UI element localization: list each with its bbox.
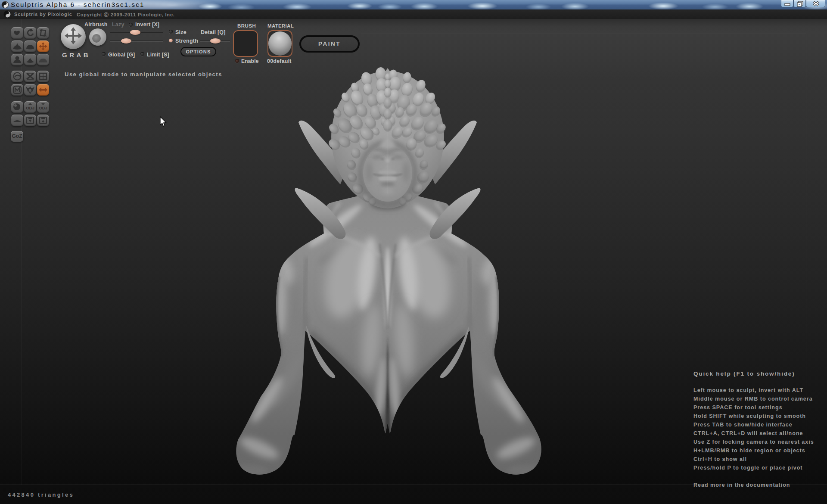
svg-text:OBJ: OBJ [26,106,34,110]
svg-text:OBJ: OBJ [39,106,47,110]
